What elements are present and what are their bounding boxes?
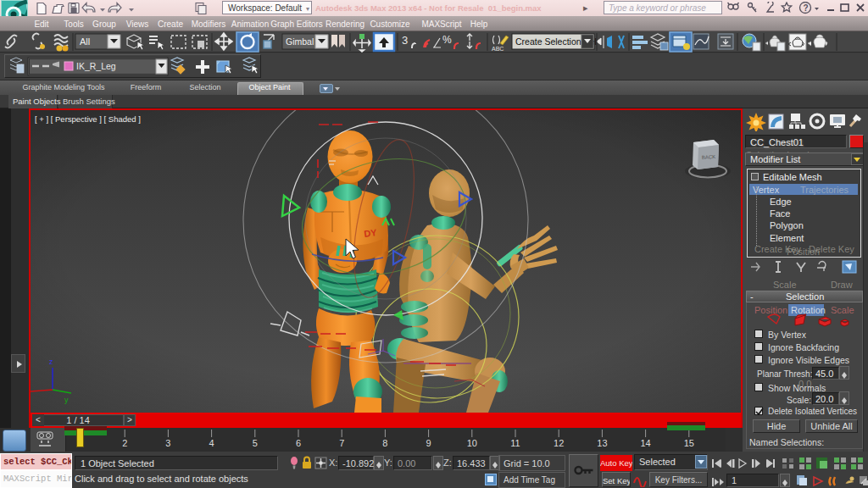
- svg-text:2: 2: [122, 438, 127, 448]
- svg-text:6: 6: [296, 438, 301, 448]
- svg-text:7: 7: [339, 438, 344, 448]
- svg-text:4: 4: [209, 438, 214, 448]
- svg-text:12: 12: [554, 438, 564, 448]
- svg-text:?: ?: [804, 3, 809, 13]
- svg-text:z: z: [49, 358, 53, 366]
- svg-text:3: 3: [402, 34, 408, 47]
- svg-text:15: 15: [684, 438, 694, 448]
- svg-text:All: All: [80, 36, 90, 47]
- svg-text:IK_R_Leg: IK_R_Leg: [76, 61, 116, 71]
- svg-text:ABC: ABC: [492, 46, 504, 52]
- svg-text:y: y: [64, 396, 69, 404]
- svg-text:9: 9: [426, 438, 431, 448]
- svg-text:[ + ] [ Perspective ] [ Shaded: [ + ] [ Perspective ] [ Shaded ]: [35, 114, 141, 124]
- svg-text:BACK: BACK: [702, 154, 716, 160]
- svg-text:10: 10: [467, 438, 477, 448]
- svg-text:Gimbal: Gimbal: [286, 36, 314, 47]
- svg-text:DY: DY: [364, 227, 378, 239]
- svg-text:8: 8: [382, 438, 387, 448]
- svg-text:3: 3: [165, 438, 170, 448]
- svg-text:14: 14: [640, 438, 650, 448]
- svg-text:%: %: [442, 34, 452, 46]
- svg-text:5: 5: [253, 438, 258, 448]
- svg-text:11: 11: [510, 438, 520, 448]
- svg-text:13: 13: [597, 438, 607, 448]
